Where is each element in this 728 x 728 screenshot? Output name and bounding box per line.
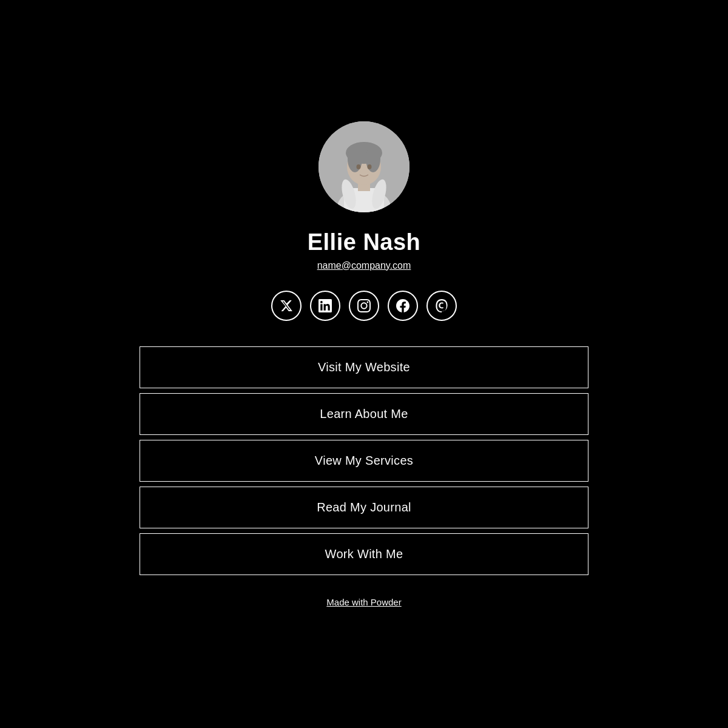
nav-buttons: Visit My Website Learn About Me View My … — [140, 346, 588, 575]
visit-website-button[interactable]: Visit My Website — [140, 346, 588, 388]
svg-point-9 — [357, 164, 361, 169]
facebook-icon[interactable] — [388, 291, 418, 321]
x-twitter-icon[interactable] — [271, 291, 302, 321]
social-icons-row — [271, 291, 457, 321]
svg-point-10 — [368, 164, 372, 169]
learn-about-me-button[interactable]: Learn About Me — [140, 393, 588, 435]
page-container: Ellie Nash name@company.com — [140, 121, 588, 607]
instagram-icon[interactable] — [349, 291, 379, 321]
linkedin-icon[interactable] — [310, 291, 340, 321]
profile-email[interactable]: name@company.com — [317, 260, 411, 271]
made-with-powder-link[interactable]: Made with Powder — [326, 597, 401, 607]
view-services-button[interactable]: View My Services — [140, 440, 588, 482]
work-with-me-button[interactable]: Work With Me — [140, 533, 588, 575]
profile-name: Ellie Nash — [308, 229, 421, 255]
threads-icon[interactable] — [426, 291, 457, 321]
avatar — [318, 121, 410, 212]
read-journal-button[interactable]: Read My Journal — [140, 487, 588, 528]
